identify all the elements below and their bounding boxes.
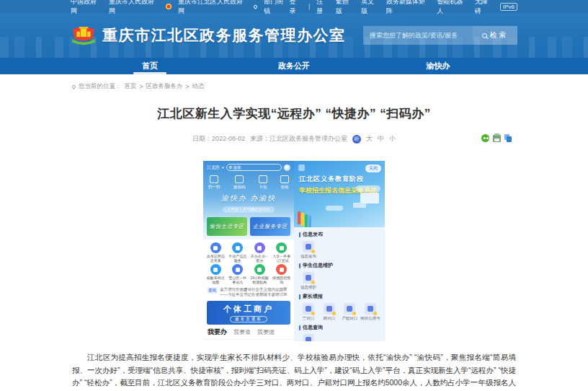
nav-tab-yukuaiban[interactable]: 渝快办 xyxy=(366,58,510,74)
location-pin-icon xyxy=(253,4,258,9)
ticket-icon xyxy=(365,303,376,315)
close-button: 关闭 xyxy=(365,164,381,172)
paragraph: 江北区为提高招生报名便捷度，实现学生家长不排队材料少、学校核验易办理快，依托“渝… xyxy=(72,351,516,391)
app-tabs: 我要办 我要查 我要缴 xyxy=(203,325,294,338)
books-illustration xyxy=(298,211,300,224)
text-to-speech-icon[interactable]: 听 xyxy=(352,135,361,144)
breadcrumb-news[interactable]: 动态 xyxy=(192,82,204,91)
utility-bar: 中国政府网 重庆市人民政府网 重庆市江北区人民政府网 部门街镇 登录 | 注册 … xyxy=(0,0,588,13)
app-service-item: 疫情防控查询 xyxy=(271,264,293,284)
service-icon xyxy=(210,242,221,253)
app-zone-business: 企业服务专区 xyxy=(250,217,290,236)
avatar xyxy=(284,164,290,171)
portal-entry: 两对口 xyxy=(320,303,339,321)
breadcrumb-home[interactable]: 首页 xyxy=(125,82,137,91)
portal-entry: 三对口 xyxy=(299,303,318,321)
app-tab-query: 我要查 xyxy=(233,328,251,336)
app-search-bar: 搜索 xyxy=(226,164,282,171)
site-brand[interactable]: 重庆市江北区政务服务管理办公室 xyxy=(71,24,346,47)
portal-section-publish: 信息发布 信息发布 xyxy=(299,231,380,259)
article-date: 日期：2022-08-02 xyxy=(192,134,245,144)
breadcrumb-dept[interactable]: 区政务服务办 xyxy=(146,82,182,91)
nav-tab-home[interactable]: 首页 xyxy=(78,58,222,74)
portal-banner: 关闭 江北区义务教育阶段 学校招生报名信息采集系统 xyxy=(294,161,385,227)
qr-code-icon xyxy=(235,175,244,183)
search-icon xyxy=(482,33,487,38)
ipv6-badge: IPv6 xyxy=(500,3,517,11)
service-icon xyxy=(276,242,287,253)
print-icon[interactable] xyxy=(493,135,501,142)
nav-tab-gov-info[interactable]: 政务公开 xyxy=(222,58,366,74)
cloud-decoration xyxy=(326,206,343,211)
font-size-medium[interactable]: 中 xyxy=(378,134,384,144)
app-region-selector: 江北区 xyxy=(207,164,220,171)
portal-section-parent-fill: 家长填报 三对口 两对口 户籍对口 xyxy=(299,293,380,321)
breadcrumb-separator: > xyxy=(185,83,189,90)
document-icon xyxy=(303,241,314,252)
app-quick-consult: 咨询 xyxy=(280,175,289,190)
app-tab-pay: 我要缴 xyxy=(257,328,275,336)
app-search-placeholder: 搜索 xyxy=(233,165,241,170)
news-text: 奋力谱写全面建设社会主义现代化国家——习近平总书记在省部级专题研讨班上的重要讲话… xyxy=(220,287,290,297)
app-service-grid: 高考证照信息采集 不动产信息服务 开办企业一窗办 入学一件事（江北试点） 核酸采… xyxy=(203,240,294,286)
app-weather-pill: 上午好！天气晴好宜出行 xyxy=(223,206,275,213)
app-service-item: 高考证照信息采集 xyxy=(205,242,227,263)
copy-icon[interactable] xyxy=(504,134,512,142)
app-service-item: 入学一件事（江北试点） xyxy=(271,242,293,263)
site-title: 重庆市江北区政务服务管理办公室 xyxy=(102,25,346,45)
font-size-small[interactable]: 小 xyxy=(389,134,396,144)
cloud-decoration xyxy=(356,185,380,192)
portal-entry: 户籍对口 xyxy=(340,303,359,321)
article-meta: 日期：2022-08-02 来源：江北区政务服务管理办公室 听 大 中 小 xyxy=(72,134,516,144)
app-service-item: 璧山区一件事试点 xyxy=(227,264,249,284)
app-quick-scan: 扫一扫 xyxy=(208,175,220,190)
app-quick-code: 渝快码 xyxy=(233,175,246,190)
portal-logo-icon xyxy=(298,164,305,171)
app-service-item: 24小时核酸检测机构 xyxy=(249,264,271,284)
article-title: 江北区新生入学实现“远程办” “快捷办” “扫码办” xyxy=(72,105,516,122)
shield-icon xyxy=(303,303,314,315)
site-search: 检索 xyxy=(363,26,517,45)
national-emblem-icon xyxy=(166,4,172,9)
app-header: 江北区 ▾ 搜索 扫一扫 渝快码 xyxy=(203,161,294,240)
portal-entry: 信息查询 xyxy=(299,334,318,341)
search-input[interactable] xyxy=(363,26,473,45)
service-icon xyxy=(254,264,265,275)
portal-entry: 信息维护 xyxy=(299,272,318,290)
app-quick-cards: 卡包 xyxy=(259,175,267,190)
breadcrumb: 您当前的位置： 首页 > 区政务服务办 > 动态 xyxy=(72,82,516,91)
app-service-item: 不动产信息服务 xyxy=(227,242,249,263)
edit-icon xyxy=(303,272,314,284)
font-size-large[interactable]: 大 xyxy=(366,134,373,144)
portal-section-query: 信息查询 信息查询 xyxy=(299,324,380,341)
service-icon xyxy=(232,264,243,275)
search-button[interactable]: 检索 xyxy=(473,26,517,45)
app-news-ticker: 要闻 奋力谱写全面建设社会主义现代化国家——习近平总书记在省部级专题研讨班上的重… xyxy=(203,286,294,299)
service-icon xyxy=(232,242,243,253)
app-zone-life: 愉悦生活专区 xyxy=(207,217,247,236)
article-source: 来源：江北区政务服务管理办公室 xyxy=(250,134,347,144)
divider: | xyxy=(308,3,310,10)
app-promo-banner: 个体工商户 服务直通车 xyxy=(207,301,290,325)
app-service-item: 开办企业一窗办 xyxy=(249,242,271,263)
yukuaiban-app-screenshot: 江北区 ▾ 搜索 扫一扫 渝快码 xyxy=(203,161,294,341)
search-button-label: 检索 xyxy=(490,30,509,40)
app-slogan: 渝快办 办渝快 xyxy=(207,193,290,203)
article-image[interactable]: 江北区 ▾ 搜索 扫一扫 渝快码 xyxy=(203,161,385,341)
wechat-share-icon[interactable] xyxy=(481,134,489,142)
portal-entry: 信息发布 xyxy=(299,241,318,259)
portal-title-line1: 江北区义务教育阶段 xyxy=(299,175,380,184)
site-header: 中国政府网 重庆市人民政府网 重庆市江北区人民政府网 部门街镇 登录 | 注册 … xyxy=(0,0,588,74)
laptop-illustration xyxy=(360,193,379,203)
article-body: 江北区为提高招生报名便捷度，实现学生家长不排队材料少、学校核验易办理快，依托“渝… xyxy=(72,351,516,391)
breadcrumb-pin-icon xyxy=(71,84,76,89)
news-tag: 要闻 xyxy=(207,287,218,294)
app-bottom-nav: 首页 渝快码 办事 互动 我的 xyxy=(203,339,294,341)
breadcrumb-prefix: 您当前的位置： xyxy=(79,82,122,91)
service-icon xyxy=(254,242,265,253)
portal-section-student-info: 学生信息维护 信息维护 xyxy=(299,262,380,290)
chat-bubble-icon xyxy=(280,175,289,183)
id-card-icon xyxy=(344,303,355,315)
site-logo-icon xyxy=(71,24,97,47)
service-icon xyxy=(210,264,221,275)
